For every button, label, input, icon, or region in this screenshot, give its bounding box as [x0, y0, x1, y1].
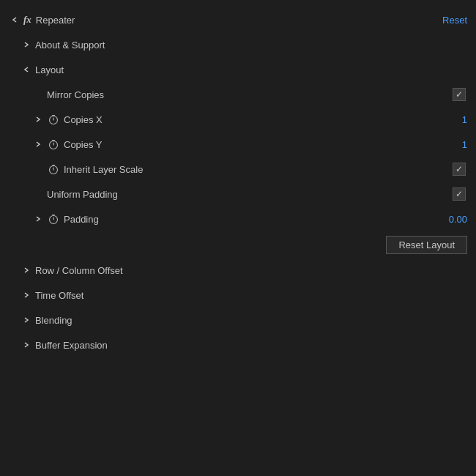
- time-offset-chevron[interactable]: [21, 289, 32, 301]
- uniform-padding-row: Uniform Padding: [0, 182, 476, 207]
- row-column-offset-label: Row / Column Offset: [35, 265, 467, 276]
- mirror-copies-label: Mirror Copies: [47, 89, 451, 100]
- repeater-title: Repeater: [36, 15, 442, 26]
- buffer-expansion-chevron[interactable]: [21, 339, 32, 351]
- about-support-label: About & Support: [35, 40, 467, 51]
- mirror-copies-checkbox-wrap[interactable]: [451, 86, 467, 103]
- layout-label: Layout: [35, 64, 467, 75]
- inherit-layer-scale-label: Inherit Layer Scale: [64, 164, 451, 175]
- row-column-offset-row[interactable]: Row / Column Offset: [0, 258, 476, 283]
- copies-y-chevron[interactable]: [32, 138, 44, 150]
- about-support-row[interactable]: About & Support: [0, 32, 476, 57]
- inherit-layer-scale-checkbox[interactable]: [453, 163, 466, 176]
- about-support-chevron[interactable]: [21, 39, 32, 51]
- blending-label: Blending: [35, 315, 467, 326]
- padding-chevron[interactable]: [32, 213, 44, 225]
- padding-label: Padding: [64, 214, 423, 225]
- time-offset-label: Time Offset: [35, 290, 467, 301]
- blending-chevron[interactable]: [21, 314, 32, 326]
- uniform-padding-checkbox-wrap[interactable]: [451, 186, 467, 202]
- row-column-offset-chevron[interactable]: [21, 264, 32, 276]
- repeater-chevron[interactable]: [9, 14, 21, 26]
- copies-x-stopwatch-icon[interactable]: [47, 113, 60, 126]
- copies-x-chevron[interactable]: [32, 114, 44, 125]
- mirror-copies-row: Mirror Copies: [0, 82, 476, 107]
- layout-chevron[interactable]: [21, 64, 32, 75]
- fx-icon: fx: [23, 14, 31, 26]
- buffer-expansion-label: Buffer Expansion: [35, 340, 467, 351]
- inherit-layer-scale-checkbox-wrap[interactable]: [451, 161, 467, 177]
- copies-y-row: Copies Y 1: [0, 132, 476, 157]
- reset-layout-button[interactable]: Reset Layout: [386, 236, 467, 254]
- layout-row[interactable]: Layout: [0, 57, 476, 82]
- padding-value[interactable]: 0.00: [423, 214, 467, 225]
- time-offset-row[interactable]: Time Offset: [0, 283, 476, 308]
- copies-x-row: Copies X 1: [0, 107, 476, 132]
- copies-y-value[interactable]: 1: [423, 139, 467, 150]
- uniform-padding-label: Uniform Padding: [47, 189, 451, 200]
- copies-x-value[interactable]: 1: [423, 114, 467, 125]
- copies-y-label: Copies Y: [64, 139, 423, 150]
- padding-row: Padding 0.00: [0, 207, 476, 231]
- effects-panel: fx Repeater Reset About & Support Layout…: [0, 0, 476, 476]
- copies-y-stopwatch-icon[interactable]: [47, 138, 60, 151]
- padding-stopwatch-icon[interactable]: [47, 212, 60, 226]
- blending-row[interactable]: Blending: [0, 308, 476, 332]
- reset-layout-row: Reset Layout: [0, 231, 476, 258]
- inherit-layer-scale-stopwatch-icon[interactable]: [47, 163, 60, 176]
- reset-button[interactable]: Reset: [442, 15, 467, 26]
- repeater-header-row: fx Repeater Reset: [0, 7, 476, 32]
- mirror-copies-checkbox[interactable]: [453, 88, 466, 101]
- uniform-padding-checkbox[interactable]: [453, 187, 466, 201]
- buffer-expansion-row[interactable]: Buffer Expansion: [0, 332, 476, 357]
- copies-x-label: Copies X: [64, 114, 423, 125]
- inherit-layer-scale-row: Inherit Layer Scale: [0, 157, 476, 182]
